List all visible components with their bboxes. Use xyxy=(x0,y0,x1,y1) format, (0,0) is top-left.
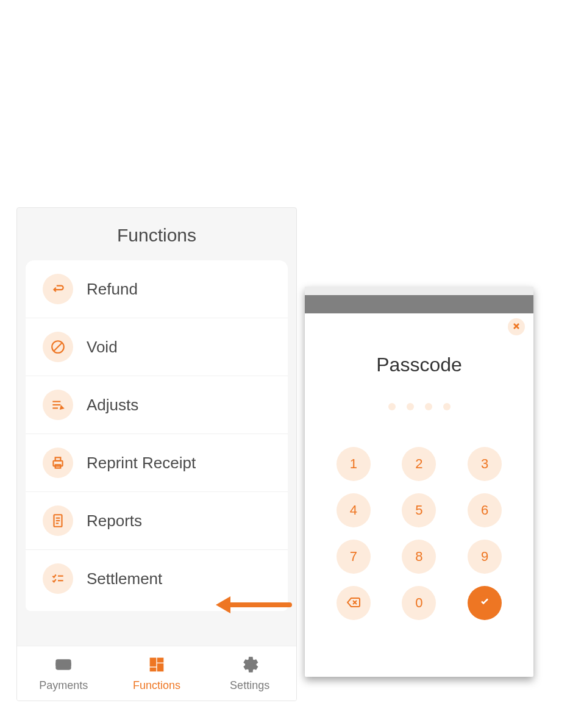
prohibit-icon xyxy=(43,332,73,362)
passcode-dot xyxy=(388,403,396,410)
function-item-reports[interactable]: Reports xyxy=(26,492,288,550)
keypad-7[interactable]: 7 xyxy=(337,540,371,574)
keypad-9[interactable]: 9 xyxy=(468,540,502,574)
tab-settings[interactable]: Settings xyxy=(213,655,287,692)
functions-list: Refund Void Adjusts Reprint Receipt Repo xyxy=(26,260,288,611)
keypad-0[interactable]: 0 xyxy=(402,586,436,620)
svg-rect-18 xyxy=(157,664,163,671)
passcode-dots xyxy=(305,403,533,410)
functions-title: Functions xyxy=(17,208,296,260)
tab-label: Payments xyxy=(39,679,88,692)
backspace-icon xyxy=(347,595,360,611)
keypad-4[interactable]: 4 xyxy=(337,493,371,527)
svg-point-20 xyxy=(248,662,252,667)
tab-bar: Payments Functions Settings xyxy=(17,646,296,701)
function-item-label: Refund xyxy=(87,280,138,299)
grid-icon xyxy=(147,655,166,677)
function-item-adjusts[interactable]: Adjusts xyxy=(26,376,288,434)
functions-screen: Functions Refund Void Adjusts Reprint Re… xyxy=(16,207,297,701)
keypad-5[interactable]: 5 xyxy=(402,493,436,527)
app-bar xyxy=(305,295,533,313)
arrow-indicator xyxy=(213,593,293,617)
tab-label: Functions xyxy=(133,679,180,692)
svg-rect-19 xyxy=(150,668,155,671)
function-item-void[interactable]: Void xyxy=(26,318,288,376)
tab-functions[interactable]: Functions xyxy=(120,655,193,692)
passcode-dot xyxy=(443,403,451,410)
function-item-label: Adjusts xyxy=(87,396,138,415)
gear-icon xyxy=(240,655,260,677)
svg-rect-16 xyxy=(150,658,155,666)
svg-rect-15 xyxy=(56,663,71,665)
keypad-8[interactable]: 8 xyxy=(402,540,436,574)
passcode-dot xyxy=(425,403,432,410)
function-item-label: Void xyxy=(87,338,118,357)
keypad-1[interactable]: 1 xyxy=(337,447,371,481)
status-bar xyxy=(305,287,533,295)
checklist-icon xyxy=(43,563,73,594)
function-item-label: Reprint Receipt xyxy=(87,454,196,473)
keypad: 1 2 3 4 5 6 7 8 9 0 xyxy=(305,447,533,635)
card-icon xyxy=(54,655,73,677)
function-item-label: Reports xyxy=(87,512,142,530)
function-item-reprint[interactable]: Reprint Receipt xyxy=(26,434,288,492)
function-item-refund[interactable]: Refund xyxy=(26,260,288,318)
tab-payments[interactable]: Payments xyxy=(27,655,100,692)
check-icon xyxy=(478,594,491,612)
svg-line-1 xyxy=(54,343,62,351)
printer-icon xyxy=(43,448,73,478)
tab-label: Settings xyxy=(230,679,269,692)
passcode-screen: Passcode 1 2 3 4 5 6 7 8 9 0 xyxy=(305,287,533,677)
keypad-3[interactable]: 3 xyxy=(468,447,502,481)
svg-rect-17 xyxy=(157,658,163,662)
report-icon xyxy=(43,505,73,536)
passcode-title: Passcode xyxy=(305,354,533,376)
return-icon xyxy=(43,274,73,304)
edit-lines-icon xyxy=(43,390,73,420)
passcode-dot xyxy=(407,403,414,410)
function-item-label: Settlement xyxy=(87,569,162,588)
keypad-2[interactable]: 2 xyxy=(402,447,436,481)
keypad-backspace[interactable] xyxy=(337,586,371,620)
close-button[interactable] xyxy=(508,318,525,335)
svg-rect-6 xyxy=(55,457,61,460)
keypad-confirm[interactable] xyxy=(468,586,502,620)
keypad-6[interactable]: 6 xyxy=(468,493,502,527)
close-icon xyxy=(513,321,520,332)
svg-marker-22 xyxy=(216,596,230,613)
